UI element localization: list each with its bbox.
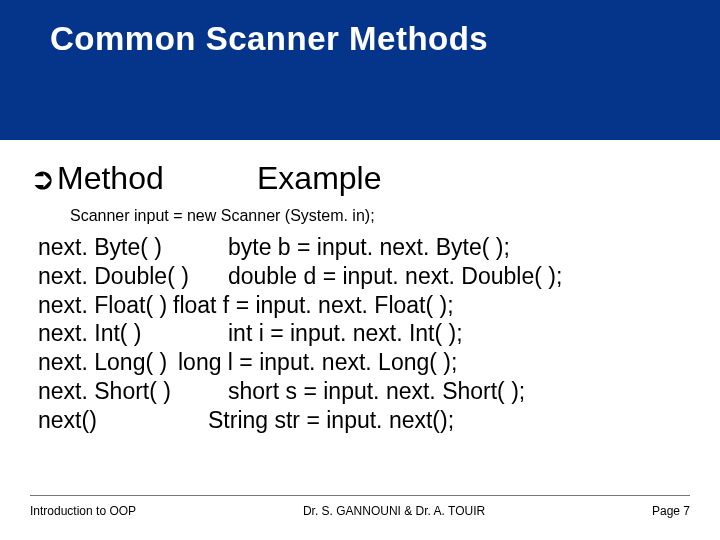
table-row: next. Short( ) short s = input. next. Sh… — [38, 377, 690, 406]
method-example: byte b = input. next. Byte( ); — [228, 233, 510, 262]
method-example: String str = input. next(); — [208, 406, 454, 435]
method-example: float f = input. next. Float( ); — [173, 291, 454, 320]
footer-divider — [30, 495, 690, 496]
table-row: next. Double( ) double d = input. next. … — [38, 262, 690, 291]
table-row: next() String str = input. next(); — [38, 406, 690, 435]
column-headers: ➲ Method Example — [30, 160, 690, 197]
method-name: next. Byte( ) — [38, 233, 228, 262]
method-name: next. Double( ) — [38, 262, 228, 291]
scanner-declaration: Scanner input = new Scanner (System. in)… — [70, 207, 690, 225]
footer-center: Dr. S. GANNOUNI & Dr. A. TOUIR — [303, 504, 485, 518]
header-example: Example — [257, 160, 382, 197]
method-name: next. Float( ) — [38, 291, 173, 320]
method-example: short s = input. next. Short( ); — [228, 377, 525, 406]
header-method: Method — [57, 160, 257, 197]
footer-right: Page 7 — [652, 504, 690, 518]
footer-left: Introduction to OOP — [30, 504, 136, 518]
methods-table: next. Byte( ) byte b = input. next. Byte… — [38, 233, 690, 434]
table-row: next. Int( ) int i = input. next. Int( )… — [38, 319, 690, 348]
table-row: next. Long( ) long l = input. next. Long… — [38, 348, 690, 377]
table-row: next. Byte( ) byte b = input. next. Byte… — [38, 233, 690, 262]
method-name: next. Short( ) — [38, 377, 228, 406]
method-example: int i = input. next. Int( ); — [228, 319, 463, 348]
method-name: next. Long( ) — [38, 348, 178, 377]
method-name: next() — [38, 406, 208, 435]
slide-title: Common Scanner Methods — [50, 20, 488, 58]
table-row: next. Float( ) float f = input. next. Fl… — [38, 291, 690, 320]
method-example: double d = input. next. Double( ); — [228, 262, 562, 291]
slide: Common Scanner Methods ➲ Method Example … — [0, 0, 720, 540]
method-name: next. Int( ) — [38, 319, 228, 348]
content-area: ➲ Method Example Scanner input = new Sca… — [0, 140, 720, 540]
footer: Introduction to OOP Dr. S. GANNOUNI & Dr… — [0, 504, 720, 518]
bullet-icon: ➲ — [30, 161, 55, 196]
title-band: Common Scanner Methods — [0, 0, 720, 140]
method-example: long l = input. next. Long( ); — [178, 348, 457, 377]
